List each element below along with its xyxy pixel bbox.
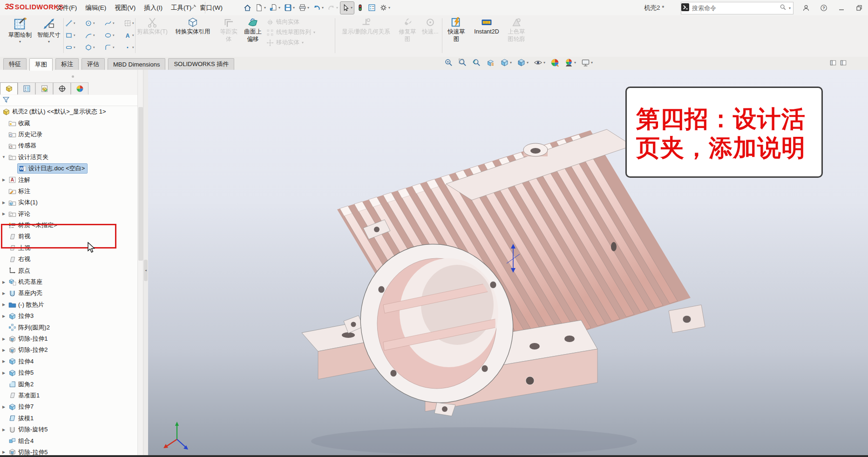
tab-solidworks-addins[interactable]: SOLIDWORKS 插件 (168, 58, 234, 70)
rapid-sketch[interactable]: 快速草 图 (443, 17, 470, 43)
edit-appearance-button[interactable] (549, 58, 560, 67)
undo-button[interactable]: ▾ (312, 2, 325, 14)
tree-item-favorites[interactable]: 收藏 (0, 117, 138, 128)
panel-tab-propertymanager[interactable] (18, 82, 35, 94)
panel-splitter-handle[interactable]: ◂ (144, 260, 148, 281)
ellipse-tool[interactable]: ▾ (104, 29, 124, 41)
previous-view-button[interactable] (471, 58, 482, 67)
tree-item-design-binder[interactable]: ▼设计活页夹 (0, 152, 138, 163)
panel-tab-configurationmanager[interactable] (35, 82, 53, 94)
display-style-button[interactable]: ▾ (516, 58, 529, 67)
command-search[interactable]: ▾ (681, 2, 793, 14)
tree-item-history[interactable]: 历史记录 (0, 129, 138, 140)
search-input[interactable] (689, 5, 780, 12)
view-settings-button[interactable]: ▾ (580, 58, 594, 67)
tree-item-combine4[interactable]: 组合4 (0, 435, 138, 446)
menu-edit[interactable]: 编辑(E) (81, 0, 110, 15)
home-button[interactable] (242, 2, 253, 14)
tree-item-part-root[interactable]: 机壳2 (默认) <<默认>_显示状态 1> (0, 106, 138, 117)
hide-show-items-button[interactable]: ▾ (533, 58, 546, 67)
left-pane-button[interactable] (830, 60, 836, 68)
tree-item-solid-bodies[interactable]: ▶实体(1) (0, 197, 138, 208)
tab-features[interactable]: 特征 (3, 58, 27, 70)
tree-item-extrude3[interactable]: ▶拉伸3 (0, 310, 138, 322)
point-tool[interactable]: ▾ (124, 41, 143, 54)
print-button[interactable]: ▾ (297, 2, 311, 14)
menu-insert[interactable]: 插入(I) (140, 0, 167, 15)
expand-down-icon[interactable]: ▼ (0, 155, 7, 159)
tree-item-extrude5[interactable]: ▶拉伸5 (0, 367, 138, 378)
polygon-tool[interactable]: ▾ (85, 41, 104, 54)
tree-item-right-plane[interactable]: 右视 (0, 254, 138, 265)
expand-right-icon[interactable]: ▶ (0, 201, 7, 205)
panel-tab-featuremanager[interactable] (0, 82, 18, 94)
tree-item-draft1[interactable]: 拔模1 (0, 413, 138, 424)
save-button[interactable]: ▾ (283, 2, 296, 14)
task-list-button[interactable] (366, 2, 377, 14)
expand-right-icon[interactable]: ▶ (0, 359, 7, 363)
expand-right-icon[interactable]: ▶ (0, 450, 7, 454)
tree-filter-row[interactable] (0, 95, 148, 106)
panel-drag-handle[interactable] (72, 75, 74, 78)
offset-on-surface[interactable]: 曲面上 偏移 (241, 17, 264, 43)
line-tool[interactable]: ▾ (65, 17, 85, 29)
tree-item-base-feature[interactable]: ▶机壳基座 (0, 276, 138, 288)
expand-right-icon[interactable]: ▶ (0, 280, 7, 284)
zoom-fit-button[interactable] (443, 58, 454, 67)
open-button[interactable]: ▾ (268, 2, 282, 14)
smart-dimension-button[interactable]: 智能尺寸▾ (34, 17, 63, 56)
right-pane-button[interactable] (840, 60, 847, 68)
arc-tool[interactable]: ▾ (85, 29, 104, 41)
panel-tab-dimxpertmanager[interactable] (53, 82, 71, 94)
tree-item-cut-extrude1[interactable]: ▶切除-拉伸1 (0, 333, 138, 344)
new-document-button[interactable]: ▾ (254, 2, 267, 14)
expand-right-icon[interactable]: ▶ (0, 337, 7, 341)
zoom-area-button[interactable] (457, 58, 468, 67)
tree-item-heatsink-fins-folder[interactable]: ▶(-) 散热片 (0, 299, 138, 310)
tree-item-annotations[interactable]: ▶A注解 (0, 174, 138, 185)
expand-right-icon[interactable]: ▶ (0, 212, 7, 216)
menu-view[interactable]: 视图(V) (110, 0, 140, 15)
expand-right-icon[interactable]: ▶ (0, 348, 7, 352)
filter-funnel-icon[interactable] (2, 96, 10, 105)
tree-item-markups[interactable]: 标注 (0, 186, 138, 197)
expand-right-icon[interactable]: ▶ (0, 291, 7, 296)
tree-item-design-journal-doc[interactable]: W设计日志.doc <空白> (0, 163, 138, 174)
panel-tab-displaymanager[interactable] (71, 82, 88, 94)
tab-mbd-dimensions[interactable]: MBD Dimensions (108, 58, 165, 70)
expand-right-icon[interactable]: ▶ (0, 302, 7, 307)
search-caret-icon[interactable]: ▾ (787, 6, 793, 10)
tree-item-comments[interactable]: ▶评论 (0, 208, 138, 220)
help-button[interactable]: ? (818, 2, 830, 14)
expand-right-icon[interactable]: ▶ (0, 314, 7, 318)
options-button[interactable]: ▾ (378, 2, 392, 14)
tab-evaluate[interactable]: 评估 (81, 58, 105, 70)
tab-sketch[interactable]: 草图 (29, 58, 53, 71)
expand-right-icon[interactable]: ▶ (0, 405, 7, 409)
tree-item-ref-plane1[interactable]: 基准面1 (0, 390, 138, 401)
search-icon[interactable] (780, 4, 787, 13)
expand-right-icon[interactable]: ▶ (0, 371, 7, 375)
menu-window[interactable]: 窗口(W) (196, 0, 227, 15)
tree-scrollbar-thumb[interactable] (138, 107, 143, 261)
user-account-button[interactable] (800, 2, 812, 14)
convert-entities[interactable]: 转换实体引用 (170, 17, 216, 36)
selection-filter-button[interactable] (355, 2, 366, 14)
sketch-button[interactable]: 草图绘制▾ (6, 17, 34, 56)
rectangle-tool[interactable]: ▾ (65, 29, 85, 41)
instant2d[interactable]: Instant2D (471, 17, 502, 36)
tree-item-extrude7[interactable]: ▶拉伸7 (0, 401, 138, 412)
circle-tool[interactable]: ▾ (85, 17, 104, 29)
fillet-tool[interactable]: ▾ (104, 41, 124, 54)
tree-item-fillet2[interactable]: 圆角2 (0, 378, 138, 390)
tree-item-circular-pattern2[interactable]: 阵列(圆周)2 (0, 322, 138, 333)
restore-button[interactable] (853, 2, 865, 14)
tree-item-origin[interactable]: 原点 (0, 265, 138, 276)
slot-tool[interactable]: ▾ (65, 41, 85, 54)
tree-item-cut-extrude2[interactable]: ▶切除-拉伸2 (0, 344, 138, 356)
expand-right-icon[interactable]: ▶ (0, 178, 7, 182)
apply-scene-button[interactable]: ▾ (563, 58, 577, 67)
tab-markup[interactable]: 标注 (55, 58, 79, 70)
tree-item-extrude4[interactable]: ▶拉伸4 (0, 356, 138, 367)
expand-right-icon[interactable]: ▶ (0, 428, 7, 432)
